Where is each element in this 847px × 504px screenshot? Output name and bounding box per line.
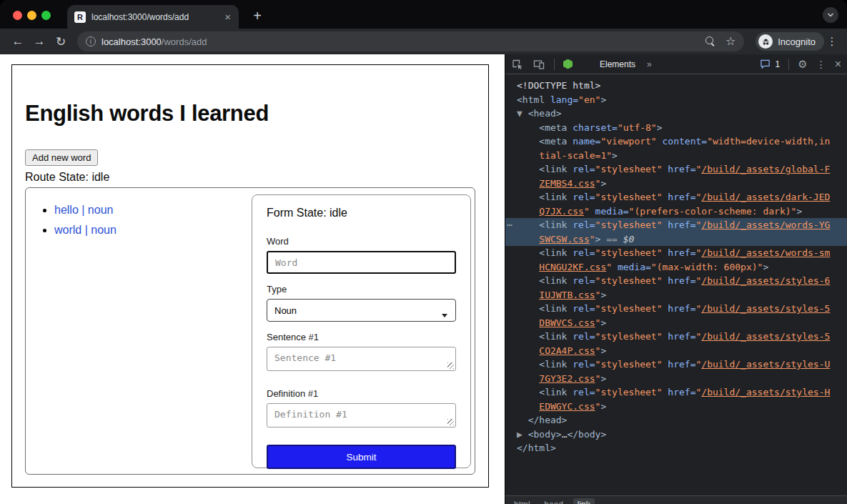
devtools-code-line[interactable]: </head> xyxy=(505,413,847,428)
list-item: hello | noun xyxy=(54,204,117,217)
word-link[interactable]: hello | noun xyxy=(54,204,113,216)
resize-grip-icon[interactable] xyxy=(447,419,454,425)
resize-grip-icon[interactable] xyxy=(447,362,454,369)
maximize-button[interactable] xyxy=(41,11,51,20)
devtools-code-line[interactable]: Q7JX.css" media="(prefers-color-scheme: … xyxy=(505,204,847,219)
devtools-code-line[interactable]: <link rel="stylesheet" href="/build/_ass… xyxy=(505,190,847,204)
breadcrumb-item-active[interactable]: link xyxy=(573,498,595,504)
code-token-link[interactable]: /build/_assets/dark-JED xyxy=(701,192,830,202)
code-token-link[interactable]: EDWGYC.css xyxy=(539,401,595,412)
node-more-actions-icon[interactable]: ⋯ xyxy=(507,218,512,232)
devtools-code-line[interactable]: IUJWTB.css"> xyxy=(505,288,847,302)
code-token-tag: <link xyxy=(539,247,573,258)
page-viewport: English words I learned Add new word Rou… xyxy=(0,54,505,504)
devtools-code-line[interactable]: <!DOCTYPE html> xyxy=(505,79,847,93)
definition-textarea[interactable] xyxy=(267,403,456,428)
devtools-code-line[interactable]: <html lang="en"> xyxy=(505,93,847,107)
reload-button[interactable]: ↻ xyxy=(50,34,71,49)
breadcrumb-item[interactable]: html xyxy=(510,498,535,504)
app-container: English words I learned Add new word Rou… xyxy=(11,64,489,488)
site-info-icon[interactable]: i xyxy=(86,36,96,46)
device-toolbar-icon[interactable] xyxy=(533,58,545,71)
more-tabs-icon[interactable]: » xyxy=(647,59,652,69)
devtools-code-line[interactable]: CO2A4P.css"> xyxy=(505,344,847,358)
extension-icon[interactable] xyxy=(563,59,573,69)
devtools-code-line[interactable]: ▶ <body>…</body> xyxy=(505,428,847,442)
code-token-link[interactable]: Q7JX.css xyxy=(539,206,584,217)
code-token-tag: > xyxy=(600,317,606,328)
devtools-code-line[interactable]: 7GY3E2.css"> xyxy=(505,372,847,386)
devtools-code-line[interactable]: <link rel="stylesheet" href="/build/_ass… xyxy=(505,330,847,344)
code-token-link[interactable]: /build/_assets/styles-H xyxy=(701,387,830,397)
code-token-link[interactable]: ZEMBS4.css xyxy=(539,178,595,189)
submit-button[interactable]: Submit xyxy=(267,445,456,469)
devtools-code-line[interactable]: DBWVCS.css"> xyxy=(505,316,847,330)
code-token-val: "stylesheet" xyxy=(595,359,668,370)
code-token-attr: rel= xyxy=(573,331,595,342)
add-new-word-button[interactable]: Add new word xyxy=(25,149,98,166)
code-token-link[interactable]: /build/_assets/styles-6 xyxy=(701,275,830,286)
url-text[interactable]: localhost:3000/words/add xyxy=(101,36,207,47)
devtools-menu-icon[interactable]: ⋮ xyxy=(816,59,826,70)
bookmark-star-icon[interactable]: ☆ xyxy=(725,36,735,47)
issues-icon[interactable] xyxy=(759,58,772,71)
devtools-code-line[interactable]: SWCSW.css"> == $0 xyxy=(505,232,847,247)
code-token-val: "stylesheet" xyxy=(595,275,668,286)
devtools-code-line[interactable]: <link rel="stylesheet" href="/build/_ass… xyxy=(505,246,847,260)
zoom-icon[interactable] xyxy=(705,36,715,46)
devtools-code-line[interactable]: </html> xyxy=(505,441,847,455)
word-input[interactable] xyxy=(267,251,456,274)
code-token-link[interactable]: /build/_assets/styles-5 xyxy=(701,303,830,314)
inspect-element-icon[interactable] xyxy=(511,58,524,71)
devtools-code-line[interactable]: <meta name="viewport" content="width=dev… xyxy=(505,134,847,149)
code-token-link[interactable]: /build/_assets/styles-5 xyxy=(701,331,830,342)
devtools-code-line[interactable]: <link rel="stylesheet" href="/build/_ass… xyxy=(505,302,847,316)
close-button[interactable] xyxy=(13,11,22,20)
type-select[interactable]: Noun xyxy=(267,299,456,322)
devtools-code-line[interactable]: <link rel="stylesheet" href="/build/_ass… xyxy=(505,357,847,372)
code-token-val: "viewport" xyxy=(600,136,662,147)
breadcrumb-separator: › xyxy=(536,500,539,504)
devtools-code-line[interactable]: <link rel="stylesheet" href="/build/_ass… xyxy=(505,385,847,400)
page-title: English words I learned xyxy=(25,101,488,127)
code-token-link[interactable]: SWCSW.css xyxy=(539,234,589,244)
code-token-link[interactable]: HCNGU2KF.css xyxy=(539,262,606,272)
devtools-code-line[interactable]: EDWGYC.css"> xyxy=(505,400,847,414)
devtools-code-line[interactable]: ZEMBS4.css"> xyxy=(505,177,847,191)
tab-search-icon[interactable] xyxy=(823,7,838,23)
devtools-code-line[interactable]: ▼ <head> xyxy=(505,107,847,121)
devtools-code-line[interactable]: <link rel="stylesheet" href="/build/_ass… xyxy=(505,162,847,177)
close-devtools-icon[interactable]: × xyxy=(835,58,841,71)
new-tab-button[interactable]: + xyxy=(247,6,267,25)
code-token-link[interactable]: 7GY3E2.css xyxy=(539,373,595,384)
code-token-link[interactable]: /build/_assets/styles-U xyxy=(701,359,830,370)
settings-gear-icon[interactable]: ⚙ xyxy=(798,58,807,71)
browser-tab[interactable]: R localhost:3000/words/add × xyxy=(67,5,239,29)
url-bar[interactable]: i localhost:3000/words/add ☆ xyxy=(77,31,744,51)
code-token-tag: > xyxy=(600,401,606,412)
code-token-link[interactable]: /build/_assets/words-YG xyxy=(701,219,830,230)
devtools-code-line[interactable]: tial-scale=1"> xyxy=(505,149,847,163)
code-token-link[interactable]: DBWVCS.css xyxy=(539,317,595,328)
breadcrumb-item[interactable]: head xyxy=(540,498,568,504)
devtools-code-line[interactable]: <link rel="stylesheet" href="/build/_ass… xyxy=(505,274,847,288)
devtools-code-line[interactable]: HCNGU2KF.css" media="(max-width: 600px)"… xyxy=(505,260,847,275)
devtools-panel: Elements » 1 ⚙ ⋮ × <!DOCTYPE html><html … xyxy=(505,54,847,504)
devtools-code-line[interactable]: <meta charset="utf-8"> xyxy=(505,121,847,135)
browser-window: R localhost:3000/words/add × + ← → ↻ i l… xyxy=(0,0,847,504)
issues-count[interactable]: 1 xyxy=(776,59,781,69)
browser-menu-icon[interactable]: ⋮ xyxy=(824,35,840,48)
tab-elements[interactable]: Elements xyxy=(597,59,638,69)
code-token-link[interactable]: CO2A4P.css xyxy=(539,345,595,356)
code-token-link[interactable]: /build/_assets/global-F xyxy=(701,164,830,174)
sentence-textarea[interactable] xyxy=(267,347,456,371)
devtools-code-line[interactable]: ⋯ <link rel="stylesheet" href="/build/_a… xyxy=(505,218,847,232)
back-button[interactable]: ← xyxy=(7,34,29,49)
code-token-link[interactable]: /build/_assets/words-sm xyxy=(701,247,830,258)
forward-button[interactable]: → xyxy=(29,34,50,49)
code-token-tag: > xyxy=(600,94,606,105)
tab-close-icon[interactable]: × xyxy=(222,11,233,22)
minimize-button[interactable] xyxy=(27,11,36,20)
word-link[interactable]: world | noun xyxy=(54,224,117,236)
code-token-link[interactable]: IUJWTB.css xyxy=(539,290,595,300)
